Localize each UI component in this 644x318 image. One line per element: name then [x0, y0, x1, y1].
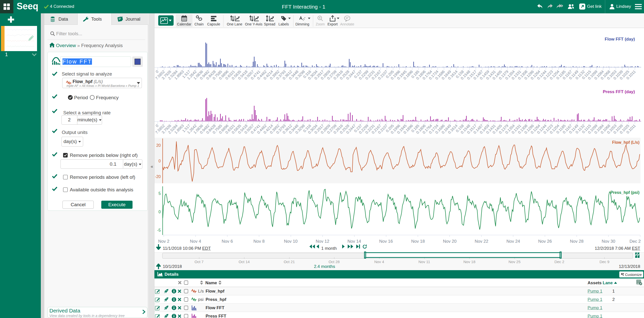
svg-text:Nov 28: Nov 28 — [570, 239, 584, 244]
svg-text:Nov 10: Nov 10 — [284, 239, 298, 244]
svg-text:-20: -20 — [155, 174, 161, 179]
svg-text:Flow_hpf (L/s): Flow_hpf (L/s) — [612, 140, 639, 145]
svg-text:Nov 14: Nov 14 — [347, 239, 361, 244]
svg-text:5: 5 — [158, 191, 161, 196]
svg-text:0: 0 — [158, 210, 161, 214]
svg-text:Dec 2: Dec 2 — [630, 239, 641, 244]
svg-text:Nov 18: Nov 18 — [411, 239, 425, 244]
svg-text:Nov 20: Nov 20 — [443, 239, 457, 244]
svg-text:Press FFT (day): Press FFT (day) — [603, 89, 635, 94]
svg-text:Flow FFT (day): Flow FFT (day) — [605, 37, 635, 42]
svg-text:Nov 12: Nov 12 — [316, 239, 329, 244]
svg-text:Nov 26: Nov 26 — [538, 239, 552, 244]
svg-text:20: 20 — [156, 143, 161, 148]
svg-text:Nov 6: Nov 6 — [222, 239, 233, 244]
svg-text:Nov 30: Nov 30 — [602, 239, 615, 244]
svg-text:Press_hpf (psi): Press_hpf (psi) — [610, 190, 639, 195]
svg-text:Nov 16: Nov 16 — [379, 239, 393, 244]
svg-text:-5: -5 — [157, 228, 161, 232]
svg-text:0: 0 — [158, 159, 161, 163]
svg-text:Nov 4: Nov 4 — [190, 239, 201, 244]
svg-text:Nov 22: Nov 22 — [475, 239, 488, 244]
svg-text:Nov 2: Nov 2 — [158, 239, 169, 244]
svg-text:Nov 24: Nov 24 — [506, 239, 520, 244]
svg-text:Nov 8: Nov 8 — [253, 239, 265, 244]
